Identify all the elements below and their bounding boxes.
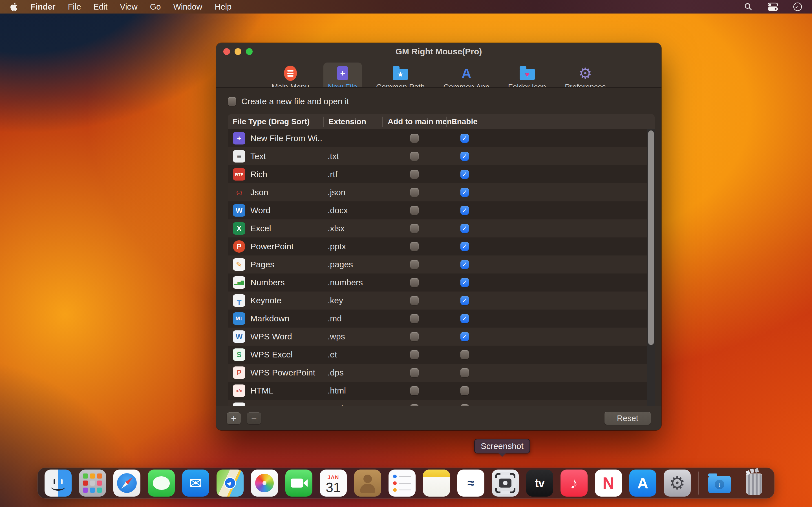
menu-item-go[interactable]: Go: [150, 2, 161, 11]
extension-label: .md: [323, 314, 382, 323]
add-to-main-menu-checkbox[interactable]: [410, 404, 419, 406]
html-doc-icon: </>: [233, 385, 245, 397]
table-row[interactable]: {..}Json.json✓: [228, 183, 655, 202]
table-row[interactable]: ✎Pages.pages✓: [228, 256, 655, 274]
control-center-icon[interactable]: [767, 3, 778, 11]
add-to-main-menu-checkbox[interactable]: [410, 350, 419, 359]
search-icon[interactable]: [744, 2, 753, 11]
table-row[interactable]: ≡Text.txt✓: [228, 147, 655, 165]
dock-trash-icon[interactable]: [741, 469, 767, 497]
enable-checkbox[interactable]: ✓: [460, 314, 469, 323]
enable-checkbox[interactable]: [460, 368, 469, 377]
dock-facetime-icon[interactable]: [285, 469, 312, 497]
add-to-main-menu-checkbox[interactable]: [410, 188, 419, 197]
word-icon: W: [233, 204, 245, 217]
extension-label: .xlsx: [323, 224, 382, 233]
enable-checkbox[interactable]: ✓: [460, 170, 469, 179]
clock-icon[interactable]: [793, 2, 802, 11]
close-button[interactable]: [223, 48, 230, 55]
enable-checkbox[interactable]: ✓: [460, 296, 469, 305]
add-to-main-menu-checkbox[interactable]: [410, 152, 419, 161]
add-to-main-menu-checkbox[interactable]: [410, 134, 419, 143]
enable-checkbox[interactable]: [460, 350, 469, 359]
enable-checkbox[interactable]: ✓: [460, 332, 469, 341]
remove-row-button[interactable]: −: [247, 412, 261, 424]
minimize-button[interactable]: [235, 48, 241, 55]
enable-checkbox[interactable]: ✓: [460, 224, 469, 233]
dock-notes-icon[interactable]: [423, 469, 450, 497]
dock-contacts-icon[interactable]: [354, 469, 381, 497]
enable-checkbox[interactable]: [460, 386, 469, 395]
enable-checkbox[interactable]: ✓: [460, 260, 469, 269]
dock-finder-icon[interactable]: [45, 469, 71, 497]
table-row[interactable]: </>HTML.html: [228, 382, 655, 400]
table-row[interactable]: ┳Keynote.key✓: [228, 291, 655, 309]
table-row[interactable]: +New File From Wi...✓: [228, 129, 655, 147]
dock-music-icon[interactable]: ♪: [560, 469, 588, 497]
add-to-main-menu-checkbox[interactable]: [410, 278, 419, 287]
col-add-to-main-menu[interactable]: Add to main menu: [382, 117, 446, 127]
menu-item-window[interactable]: Window: [173, 2, 202, 11]
dock-safari-icon[interactable]: [113, 469, 140, 497]
table-row[interactable]: PPowerPoint.pptx✓: [228, 237, 655, 256]
enable-checkbox[interactable]: [460, 404, 469, 406]
dock-settings-icon[interactable]: ⚙: [664, 469, 691, 497]
zoom-button[interactable]: [246, 48, 253, 55]
menu-item-file[interactable]: File: [68, 2, 81, 11]
reset-button[interactable]: Reset: [605, 412, 651, 425]
col-enable[interactable]: Enable: [446, 117, 483, 127]
dock-calendar-icon[interactable]: JAN31: [320, 469, 347, 497]
add-to-main-menu-checkbox[interactable]: [410, 170, 419, 179]
scrollbar-thumb[interactable]: [648, 130, 654, 345]
table-row[interactable]: SWPS Excel.et: [228, 346, 655, 363]
table-row[interactable]: RTFRich.rtf✓: [228, 165, 655, 183]
table-row[interactable]: WWord.docx✓: [228, 202, 655, 219]
dock-appletv-icon[interactable]: tv: [526, 469, 553, 497]
table-row[interactable]: XXML.xml: [228, 400, 655, 406]
menu-item-edit[interactable]: Edit: [93, 2, 107, 11]
dock-launchpad-icon[interactable]: [79, 469, 106, 497]
dock-screenshot-icon[interactable]: [492, 469, 519, 497]
enable-checkbox[interactable]: ✓: [460, 278, 469, 287]
dock-mail-icon[interactable]: ✉: [182, 469, 209, 497]
dock-news-icon[interactable]: N: [595, 469, 622, 497]
enable-checkbox[interactable]: ✓: [460, 152, 469, 161]
add-to-main-menu-checkbox[interactable]: [410, 332, 419, 341]
create-new-file-checkbox[interactable]: [228, 97, 236, 106]
table-row[interactable]: M↓Markdown.md✓: [228, 309, 655, 328]
col-extension[interactable]: Extension: [323, 117, 382, 127]
enable-checkbox[interactable]: ✓: [460, 134, 469, 143]
add-to-main-menu-checkbox[interactable]: [410, 368, 419, 377]
file-type-label: Json: [250, 187, 268, 197]
dock-messages-icon[interactable]: [148, 469, 175, 497]
enable-checkbox[interactable]: ✓: [460, 206, 469, 215]
add-to-main-menu-checkbox[interactable]: [410, 260, 419, 269]
dock-freeform-icon[interactable]: ≈: [457, 469, 485, 497]
menu-item-view[interactable]: View: [120, 2, 137, 11]
dock-maps-icon[interactable]: ▲: [216, 469, 244, 497]
add-to-main-menu-checkbox[interactable]: [410, 242, 419, 251]
table-row[interactable]: WWPS Word.wps✓: [228, 328, 655, 346]
table-row[interactable]: ▂▅▇Numbers.numbers✓: [228, 274, 655, 291]
col-file-type[interactable]: File Type (Drag Sort): [228, 117, 323, 127]
add-to-main-menu-checkbox[interactable]: [410, 314, 419, 323]
add-row-button[interactable]: +: [227, 412, 241, 424]
window-titlebar[interactable]: GM Right Mouse(Pro): [216, 43, 661, 60]
add-to-main-menu-checkbox[interactable]: [410, 206, 419, 215]
apple-menu-icon[interactable]: [10, 2, 18, 12]
dock-downloads-icon[interactable]: ↓: [706, 469, 733, 497]
enable-checkbox[interactable]: ✓: [460, 242, 469, 251]
dock-appstore-icon[interactable]: A: [629, 469, 656, 497]
table-row[interactable]: PWPS PowerPoint.dps: [228, 363, 655, 382]
enable-checkbox[interactable]: ✓: [460, 188, 469, 197]
dock-reminders-icon[interactable]: [389, 469, 416, 497]
add-to-main-menu-checkbox[interactable]: [410, 296, 419, 305]
table-scrollbar[interactable]: [647, 129, 655, 406]
add-to-main-menu-checkbox[interactable]: [410, 224, 419, 233]
table-row[interactable]: XExcel.xlsx✓: [228, 219, 655, 237]
dock-photos-icon[interactable]: [251, 469, 278, 497]
menu-item-help[interactable]: Help: [215, 2, 232, 11]
add-to-main-menu-checkbox[interactable]: [410, 386, 419, 395]
file-type-label: Text: [250, 152, 266, 161]
menu-app-name[interactable]: Finder: [31, 2, 56, 11]
